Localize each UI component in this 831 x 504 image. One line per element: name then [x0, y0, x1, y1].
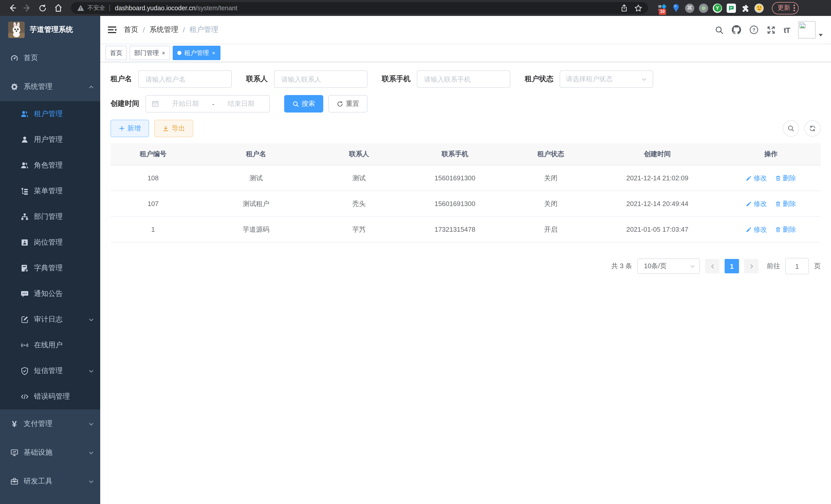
close-tab-icon[interactable]: × [211, 50, 216, 56]
sidebar-item-role[interactable]: 角色管理 [0, 153, 100, 178]
security-label[interactable]: 不安全 [87, 4, 105, 12]
status-select[interactable]: 请选择租户状态 [560, 70, 653, 88]
sidebar-item-sms[interactable]: 短信管理 [0, 358, 100, 384]
total-count: 共 3 条 [611, 262, 632, 271]
tenant-name-input-wrap [138, 70, 232, 88]
next-page-button[interactable] [744, 259, 758, 273]
sidebar-item-home[interactable]: 首页 [0, 44, 100, 72]
sidebar-item-menu[interactable]: 菜单管理 [0, 178, 100, 204]
sidebar-item-dept[interactable]: 部门管理 [0, 204, 100, 230]
fullscreen-icon[interactable] [767, 25, 775, 34]
sidebar-collapse-icon[interactable] [107, 25, 117, 34]
browser-forward-button[interactable] [21, 1, 34, 14]
bookmark-star-icon[interactable] [632, 1, 645, 14]
table-row: 1 芋道源码 芋艿 17321315478 开启 2021-01-05 17:0… [111, 216, 821, 242]
browser-update-button[interactable]: 更新 [772, 2, 799, 14]
refresh-icon [337, 100, 343, 107]
extension-workspaces-icon[interactable]: 10 [657, 3, 666, 12]
sidebar-item-user[interactable]: 用户管理 [0, 127, 100, 153]
tree-list-icon [21, 187, 29, 195]
header-search-icon[interactable] [715, 25, 724, 34]
help-icon[interactable]: ? [749, 25, 758, 34]
breadcrumb-system[interactable]: 系统管理 [149, 25, 178, 34]
edit-link[interactable]: 修改 [746, 173, 767, 183]
user-menu[interactable] [798, 21, 823, 38]
breadcrumb-home[interactable]: 首页 [124, 25, 138, 34]
signal-icon [21, 341, 29, 349]
edit-link[interactable]: 修改 [746, 199, 767, 208]
tenant-name-label: 租户名 [111, 75, 132, 84]
browser-home-button[interactable] [51, 1, 65, 14]
add-button[interactable]: 新增 [111, 120, 149, 137]
tenant-table: 租户编号 租户名 联系人 联系手机 租户状态 创建时间 操作 108 测试 [111, 143, 821, 242]
url-text[interactable]: dashboard.yudao.iocoder.cn/system/tenant [115, 4, 617, 11]
share-icon[interactable] [617, 1, 631, 14]
sidebar-item-dev-tools[interactable]: 研发工具 [0, 467, 100, 496]
delete-link[interactable]: 删除 [775, 199, 796, 208]
sidebar-item-audit-log[interactable]: 审计日志 [0, 307, 100, 332]
tab-home[interactable]: 首页 [105, 46, 127, 60]
edit-log-icon [21, 316, 29, 324]
extension-yudao-icon[interactable]: Y [713, 3, 722, 12]
close-tab-icon[interactable]: × [161, 50, 166, 56]
col-created: 创建时间 [593, 143, 721, 165]
delete-link[interactable]: 删除 [775, 173, 796, 183]
sidebar-item-infra[interactable]: 基础设施 [0, 438, 100, 467]
trash-icon [775, 201, 781, 207]
download-icon [163, 125, 169, 132]
github-icon[interactable] [732, 25, 741, 34]
goto-page-input[interactable] [785, 258, 809, 274]
export-button[interactable]: 导出 [154, 120, 193, 137]
extension-chat-icon[interactable] [727, 3, 736, 12]
search-button[interactable]: 搜索 [284, 95, 323, 113]
mobile-input[interactable] [423, 75, 504, 84]
refresh-table-button[interactable] [804, 120, 821, 137]
contact-input[interactable] [280, 75, 361, 84]
sidebar-item-error-code[interactable]: 错误码管理 [0, 384, 100, 410]
sidebar-item-dict[interactable]: 字典管理 [0, 255, 100, 281]
tenant-name-input[interactable] [144, 75, 226, 84]
chevron-right-icon [748, 263, 754, 269]
tab-tenant[interactable]: 租户管理 × [173, 46, 221, 60]
extensions-row: 10 ⌘ Y [657, 3, 764, 12]
extension-command-icon[interactable]: ⌘ [685, 3, 694, 12]
code-icon [21, 392, 29, 401]
sidebar-item-pay[interactable]: ¥ 支付管理 [0, 410, 100, 438]
browser-menu-icon[interactable] [794, 5, 795, 11]
extensions-puzzle-icon[interactable] [741, 3, 750, 12]
page-number-button[interactable]: 1 [725, 259, 739, 273]
toolbox-icon [10, 477, 19, 485]
sidebar-item-system[interactable]: 系统管理 [0, 72, 100, 101]
font-size-icon[interactable]: tT [784, 25, 790, 34]
status-text: 关闭 [508, 165, 594, 191]
browser-reload-button[interactable] [36, 1, 49, 14]
extension-recorder-icon[interactable] [699, 3, 708, 12]
sidebar-item-online-users[interactable]: 在线用户 [0, 332, 100, 358]
edit-link[interactable]: 修改 [746, 225, 767, 234]
browser-back-button[interactable] [5, 1, 19, 14]
col-tenant-id: 租户编号 [111, 143, 196, 165]
page-unit: 页 [814, 262, 821, 271]
table-header-row: 租户编号 租户名 联系人 联系手机 租户状态 创建时间 操作 [111, 143, 821, 165]
sidebar-item-post[interactable]: 岗位管理 [0, 230, 100, 255]
profile-avatar-icon[interactable] [754, 3, 764, 12]
start-date-placeholder: 开始日期 [163, 99, 208, 109]
sidebar-item-notice[interactable]: 通知公告 [0, 281, 100, 307]
address-bar[interactable]: 不安全 dashboard.yudao.iocoder.cn/system/te… [71, 2, 648, 14]
date-range-picker[interactable]: 开始日期 - 结束日期 [145, 95, 270, 113]
navbar-actions: ? tT [715, 21, 823, 38]
update-label: 更新 [778, 4, 791, 12]
chevron-up-icon [88, 84, 94, 90]
tab-dept[interactable]: 部门管理 × [130, 46, 170, 60]
reset-button[interactable]: 重置 [328, 95, 368, 113]
page-size-select[interactable]: 10条/页 [637, 259, 700, 274]
prev-page-button[interactable] [705, 259, 719, 273]
delete-link[interactable]: 删除 [775, 225, 796, 234]
extension-pin-icon[interactable] [671, 3, 681, 12]
breadcrumb: 首页 / 系统管理 / 租户管理 [124, 25, 219, 34]
show-search-toggle-button[interactable] [783, 120, 799, 137]
sidebar-item-tenant[interactable]: 租户管理 [0, 101, 100, 127]
app-logo-row[interactable]: 芋道管理系统 [0, 16, 100, 44]
url-divider [109, 5, 110, 11]
mobile-label: 联系手机 [382, 75, 411, 84]
